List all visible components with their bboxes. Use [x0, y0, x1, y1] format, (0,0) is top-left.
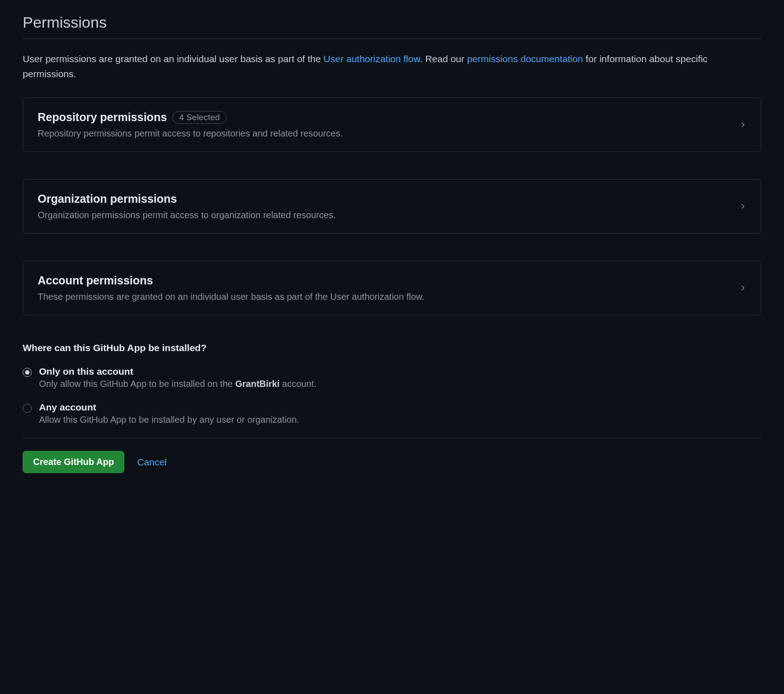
install-any-option: Any account Allow this GitHub App to be … — [23, 402, 761, 425]
intro-text-prefix: User permissions are granted on an indiv… — [23, 54, 323, 64]
page-title: Permissions — [23, 14, 761, 31]
title-divider — [23, 39, 761, 39]
organization-permissions-title: Organization permissions — [38, 192, 177, 205]
install-only-desc-suffix: account. — [279, 379, 316, 389]
install-location-title: Where can this GitHub App be installed? — [23, 342, 761, 353]
organization-permissions-desc: Organization permissions permit access t… — [38, 210, 739, 220]
account-permissions-card[interactable]: Account permissions These permissions ar… — [23, 261, 761, 315]
account-permissions-desc: These permissions are granted on an indi… — [38, 292, 739, 302]
install-only-desc-prefix: Only allow this GitHub App to be install… — [39, 379, 235, 389]
account-permissions-title: Account permissions — [38, 274, 153, 287]
chevron-right-icon — [739, 284, 746, 292]
chevron-right-icon — [739, 203, 746, 210]
install-any-desc: Allow this GitHub App to be installed by… — [39, 415, 299, 425]
organization-permissions-card[interactable]: Organization permissions Organization pe… — [23, 179, 761, 234]
create-github-app-button[interactable]: Create GitHub App — [23, 451, 124, 473]
install-only-account-name: GrantBirki — [235, 379, 279, 389]
form-actions: Create GitHub App Cancel — [23, 451, 761, 473]
repository-permissions-card[interactable]: Repository permissions 4 Selected Reposi… — [23, 98, 761, 152]
chevron-right-icon — [739, 121, 746, 128]
actions-divider — [23, 438, 761, 438]
install-only-radio[interactable] — [23, 368, 32, 377]
user-auth-flow-link[interactable]: User authorization flow — [323, 54, 420, 64]
cancel-button[interactable]: Cancel — [137, 457, 167, 468]
repository-permissions-desc: Repository permissions permit access to … — [38, 128, 739, 139]
install-only-option: Only on this account Only allow this Git… — [23, 366, 761, 389]
permissions-doc-link[interactable]: permissions documentation — [467, 54, 583, 64]
install-only-desc: Only allow this GitHub App to be install… — [39, 379, 316, 389]
intro-paragraph: User permissions are granted on an indiv… — [23, 52, 761, 81]
install-only-label[interactable]: Only on this account — [39, 366, 316, 377]
repository-selected-badge: 4 Selected — [172, 111, 227, 124]
repository-permissions-title: Repository permissions — [38, 111, 167, 124]
intro-text-after-link1: . Read our — [420, 54, 467, 64]
install-any-label[interactable]: Any account — [39, 402, 299, 413]
install-any-radio[interactable] — [23, 404, 32, 413]
